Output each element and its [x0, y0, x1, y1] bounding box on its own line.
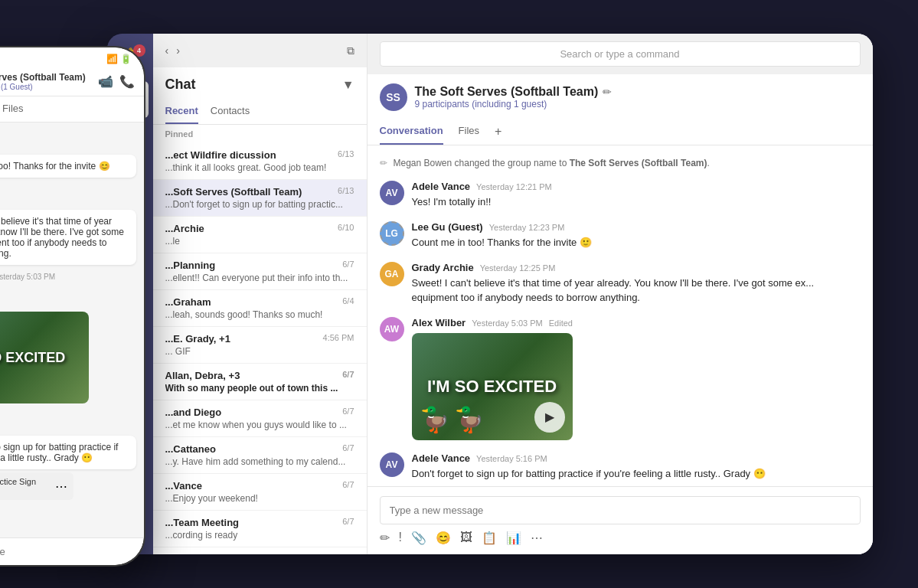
msg-timestamp: Yesterday 12:25 PM — [480, 263, 556, 273]
chat-item-header: ...and Diego 6/7 — [165, 407, 354, 418]
phone-device: 9:50 📶 🔋 < 1 The Soft Serves (Softball T… — [0, 46, 145, 567]
search-input[interactable]: Search or type a command — [380, 41, 861, 67]
video-call-icon[interactable]: 📹 — [98, 74, 113, 89]
chat-list: ...ect Wildfire dicussion 6/13 ...think … — [153, 143, 367, 554]
msg-text: Count me in too! Thanks for the invite 🙂 — [412, 236, 861, 250]
add-tab-button[interactable]: + — [495, 119, 501, 145]
msg-content: Alex Wilber Yesterday 5:03 PM Edited I'M… — [412, 317, 861, 440]
list-item[interactable]: ...Planning 6/7 ...ellent!! Can everyone… — [153, 253, 367, 290]
msg-content: Grady Archie Yesterday 12:25 PM Sweet! I… — [412, 262, 861, 304]
list-item[interactable]: ...Cattaneo 6/7 ...y. Have him add somet… — [153, 437, 367, 474]
chat-item-preview: ... GIF — [165, 346, 354, 357]
gif-content: I'M SO EXCITED 🦆🦆 — [0, 312, 89, 403]
chat-item-header: ...Vance 6/7 — [165, 480, 354, 492]
phone-status-icons: 📶 🔋 — [106, 54, 132, 64]
conversation-header: SS The Soft Serves (Softball Team) ✏ 9 p… — [368, 74, 873, 145]
phone-group-name: The Soft Serves (Softball Team) — [0, 72, 98, 83]
chat-item-time: 6/7 — [342, 517, 354, 526]
chat-item-header: ...ect Wildfire dicussion 6/13 — [165, 149, 354, 161]
voice-call-icon[interactable]: 📞 — [119, 74, 135, 89]
gif-message[interactable]: I'M SO EXCITED 🦆🦆 — [0, 312, 89, 403]
list-item[interactable]: ...Vance 6/7 ...Enjoy your weekend! — [153, 474, 367, 511]
more-options-icon[interactable]: ⋯ — [531, 531, 543, 545]
list-item[interactable]: ...ect Wildfire dicussion 6/13 ...think … — [153, 143, 367, 180]
list-item[interactable]: ...Team Meeting 6/7 ...cording is ready — [153, 511, 367, 547]
msg-sender-name: Lee Gu (Guest) — [412, 221, 483, 233]
chat-item-name: ...e Cline — [165, 554, 206, 554]
attachment-card[interactable]: 📗 Batting Practice Sign up... ⋯ — [0, 472, 74, 500]
msg-timestamp: Yesterday 5:03 PM — [472, 318, 543, 328]
list-item: GA Grady A. Sweet! I can't believe it's … — [0, 185, 136, 265]
phone-messages-area: LG Lee G. (Guest) Count me in too! Thank… — [0, 122, 144, 537]
group-avatar: SS — [380, 83, 407, 111]
chat-item-time: 4:56 PM — [323, 333, 354, 342]
msg-bubble: Don't forget to sign up for batting prac… — [0, 436, 136, 469]
tab-recent[interactable]: Recent — [165, 99, 198, 124]
chat-item-time: 6/7 — [342, 260, 354, 269]
timestamp-divider: Yesterday 5:03 PM — [0, 273, 136, 281]
chat-item-name: ...E. Grady, +1 — [165, 333, 230, 345]
tablet-content: 🔔 Activity 4 💬 Chat 1 ‹ › ⧉ Chat ▼ — [107, 34, 873, 554]
message-input[interactable] — [380, 496, 861, 524]
avatar: AV — [380, 452, 404, 477]
list-item[interactable]: ...e Cline 6/5 ...at day do you want our… — [153, 547, 367, 554]
gif-message[interactable]: I'M SO EXCITED 🦆 🦆 ▶ — [412, 333, 573, 440]
msg-timestamp: Yesterday 12:23 PM — [489, 223, 565, 232]
chat-item-name: ...Soft Serves (Softball Team) — [165, 186, 302, 198]
avatar: AV — [380, 181, 404, 205]
msg-text: Don't forget to sign up for batting prac… — [412, 467, 861, 481]
format-text-icon[interactable]: ✏ — [380, 531, 390, 545]
tab-conversation[interactable]: Conversation — [380, 119, 443, 145]
forward-arrow-icon[interactable]: › — [176, 44, 180, 57]
list-item: AV Adele V. Don't forget to sign up for … — [0, 411, 136, 500]
chat-item-name: ...Planning — [165, 260, 216, 271]
popup-icon[interactable]: ⧉ — [347, 44, 354, 57]
priority-icon[interactable]: ! — [399, 531, 402, 545]
msg-header: Adele Vance Yesterday 5:16 PM — [412, 452, 861, 464]
tab-contacts[interactable]: Contacts — [211, 99, 250, 124]
edit-group-name-icon[interactable]: ✏ — [603, 86, 612, 98]
chat-item-time: 6/7 — [342, 370, 354, 379]
chat-item-header: ...Graham 6/4 — [165, 296, 354, 308]
list-item: LG Lee G. (Guest) Count me in too! Thank… — [0, 130, 136, 178]
giphy-icon[interactable]: 🖼 — [460, 531, 472, 545]
list-item[interactable]: ...and Diego 6/7 ...et me know when you … — [153, 400, 367, 437]
chat-item-name: ...Team Meeting — [165, 517, 240, 528]
system-message-text: Megan Bowen changed the group name to Th… — [394, 158, 710, 168]
table-row: AV Adele Vance Yesterday 5:16 PM Don't f… — [380, 452, 861, 486]
chat-panel-topbar: ‹ › ⧉ — [153, 34, 367, 67]
chat-item-preview: With so many people out of town this ... — [165, 383, 354, 394]
phone-tabs: Conversation Files — [0, 96, 144, 122]
chat-item-time: 6/5 — [342, 554, 354, 554]
list-item[interactable]: ...Graham 6/4 ...leah, sounds good! Than… — [153, 290, 367, 327]
tab-files[interactable]: Files — [459, 119, 479, 145]
tab-files[interactable]: Files — [0, 96, 33, 122]
list-item[interactable]: ...E. Grady, +1 4:56 PM ... GIF — [153, 327, 367, 364]
praise-icon[interactable]: 📊 — [506, 531, 521, 545]
sticker-icon[interactable]: 📋 — [482, 531, 497, 545]
header-top: SS The Soft Serves (Softball Team) ✏ 9 p… — [380, 83, 861, 111]
filter-icon[interactable]: ▼ — [342, 78, 354, 92]
back-arrow-icon[interactable]: ‹ — [165, 44, 169, 57]
table-row: LG Lee Gu (Guest) Yesterday 12:23 PM Cou… — [380, 221, 861, 250]
msg-header: Alex Wilber Yesterday 5:03 PM Edited — [412, 317, 861, 328]
avatar: LG — [380, 221, 404, 246]
chat-item-name: ...Vance — [165, 480, 202, 492]
msg-sender-name: Alex Wilber — [412, 317, 466, 328]
chat-item-header: ...Team Meeting 6/7 — [165, 517, 354, 528]
list-item[interactable]: ...Soft Serves (Softball Team) 6/13 ...D… — [153, 180, 367, 217]
phone-status-bar: 9:50 📶 🔋 — [0, 47, 144, 67]
emoji-icon[interactable]: 😊 — [436, 531, 451, 545]
list-item[interactable]: Allan, Debra, +3 6/7 With so many people… — [153, 364, 367, 400]
msg-timestamp: Yesterday 5:16 PM — [476, 454, 547, 463]
list-item[interactable]: ...Archie 6/10 ...le — [153, 217, 367, 253]
phone-message-input[interactable] — [0, 546, 135, 557]
play-button[interactable]: ▶ — [534, 402, 565, 433]
search-bar-container: Search or type a command — [368, 34, 873, 74]
msg-header: GA Grady A. — [0, 185, 136, 207]
chat-item-preview: ...y. Have him add something to my calen… — [165, 456, 354, 467]
attachment-menu-icon[interactable]: ⋯ — [55, 479, 67, 494]
attach-icon[interactable]: 📎 — [411, 531, 426, 545]
tablet-device: 🔔 Activity 4 💬 Chat 1 ‹ › ⧉ Chat ▼ — [107, 34, 873, 554]
chat-item-preview: ...le — [165, 236, 354, 247]
